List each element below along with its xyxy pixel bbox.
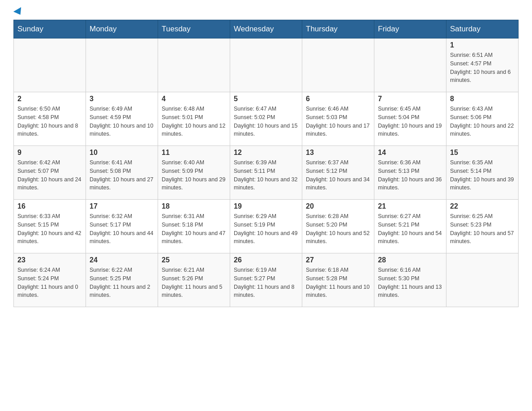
calendar-cell: 5Sunrise: 6:47 AMSunset: 5:02 PMDaylight… [230, 92, 302, 146]
calendar-header-row: SundayMondayTuesdayWednesdayThursdayFrid… [14, 20, 519, 39]
calendar-cell [86, 39, 158, 92]
day-info: Sunrise: 6:28 AMSunset: 5:20 PMDaylight:… [306, 212, 370, 246]
calendar-cell: 3Sunrise: 6:49 AMSunset: 4:59 PMDaylight… [86, 92, 158, 146]
day-number: 7 [378, 95, 442, 103]
calendar-cell: 12Sunrise: 6:39 AMSunset: 5:11 PMDayligh… [230, 146, 302, 200]
day-number: 25 [162, 256, 226, 264]
calendar-cell: 18Sunrise: 6:31 AMSunset: 5:18 PMDayligh… [158, 200, 230, 253]
day-number: 5 [234, 95, 298, 103]
day-number: 4 [162, 95, 226, 103]
calendar-cell: 28Sunrise: 6:16 AMSunset: 5:30 PMDayligh… [374, 253, 446, 307]
calendar-cell: 26Sunrise: 6:19 AMSunset: 5:27 PMDayligh… [230, 253, 302, 307]
day-number: 20 [306, 202, 370, 210]
calendar-week-row: 9Sunrise: 6:42 AMSunset: 5:07 PMDaylight… [14, 146, 519, 200]
day-info: Sunrise: 6:32 AMSunset: 5:17 PMDaylight:… [90, 212, 154, 246]
day-info: Sunrise: 6:33 AMSunset: 5:15 PMDaylight:… [17, 212, 82, 246]
day-number: 27 [306, 256, 370, 264]
day-number: 6 [306, 95, 370, 103]
page-header [13, 9, 519, 15]
calendar-day-header: Thursday [302, 20, 374, 39]
day-info: Sunrise: 6:45 AMSunset: 5:04 PMDaylight:… [378, 105, 442, 138]
calendar-day-header: Monday [86, 20, 158, 39]
day-info: Sunrise: 6:50 AMSunset: 4:58 PMDaylight:… [17, 105, 82, 138]
day-info: Sunrise: 6:43 AMSunset: 5:06 PMDaylight:… [450, 105, 515, 138]
calendar-week-row: 2Sunrise: 6:50 AMSunset: 4:58 PMDaylight… [14, 92, 519, 146]
calendar-cell: 7Sunrise: 6:45 AMSunset: 5:04 PMDaylight… [374, 92, 446, 146]
day-info: Sunrise: 6:22 AMSunset: 5:25 PMDaylight:… [90, 266, 154, 300]
calendar-cell: 16Sunrise: 6:33 AMSunset: 5:15 PMDayligh… [14, 200, 86, 253]
calendar-cell: 8Sunrise: 6:43 AMSunset: 5:06 PMDaylight… [446, 92, 519, 146]
calendar-cell: 9Sunrise: 6:42 AMSunset: 5:07 PMDaylight… [14, 146, 86, 200]
day-info: Sunrise: 6:39 AMSunset: 5:11 PMDaylight:… [234, 158, 298, 192]
logo [13, 9, 23, 15]
day-number: 10 [90, 149, 154, 157]
calendar-day-header: Tuesday [158, 20, 230, 39]
day-number: 28 [378, 256, 442, 264]
day-info: Sunrise: 6:24 AMSunset: 5:24 PMDaylight:… [17, 266, 82, 300]
day-info: Sunrise: 6:51 AMSunset: 4:57 PMDaylight:… [450, 51, 515, 85]
day-info: Sunrise: 6:48 AMSunset: 5:01 PMDaylight:… [162, 105, 226, 138]
calendar-cell: 19Sunrise: 6:29 AMSunset: 5:19 PMDayligh… [230, 200, 302, 253]
day-info: Sunrise: 6:41 AMSunset: 5:08 PMDaylight:… [90, 158, 154, 192]
calendar-cell: 2Sunrise: 6:50 AMSunset: 4:58 PMDaylight… [14, 92, 86, 146]
day-number: 11 [162, 149, 226, 157]
calendar-day-header: Friday [374, 20, 446, 39]
day-number: 3 [90, 95, 154, 103]
calendar-table: SundayMondayTuesdayWednesdayThursdayFrid… [13, 20, 519, 307]
calendar-cell: 1Sunrise: 6:51 AMSunset: 4:57 PMDaylight… [446, 39, 519, 92]
calendar-cell: 6Sunrise: 6:46 AMSunset: 5:03 PMDaylight… [302, 92, 374, 146]
day-number: 16 [17, 202, 82, 210]
day-number: 23 [17, 256, 82, 264]
day-number: 12 [234, 149, 298, 157]
calendar-cell: 21Sunrise: 6:27 AMSunset: 5:21 PMDayligh… [374, 200, 446, 253]
calendar-cell [302, 39, 374, 92]
day-number: 2 [17, 95, 82, 103]
day-info: Sunrise: 6:36 AMSunset: 5:13 PMDaylight:… [378, 158, 442, 192]
day-number: 9 [17, 149, 82, 157]
day-info: Sunrise: 6:46 AMSunset: 5:03 PMDaylight:… [306, 105, 370, 138]
calendar-day-header: Wednesday [230, 20, 302, 39]
calendar-day-header: Saturday [446, 20, 519, 39]
day-info: Sunrise: 6:27 AMSunset: 5:21 PMDaylight:… [378, 212, 442, 246]
calendar-cell: 17Sunrise: 6:32 AMSunset: 5:17 PMDayligh… [86, 200, 158, 253]
calendar-cell [230, 39, 302, 92]
day-info: Sunrise: 6:47 AMSunset: 5:02 PMDaylight:… [234, 105, 298, 138]
logo-triangle-icon [13, 7, 24, 17]
calendar-cell [158, 39, 230, 92]
calendar-cell: 27Sunrise: 6:18 AMSunset: 5:28 PMDayligh… [302, 253, 374, 307]
calendar-cell [374, 39, 446, 92]
calendar-cell: 11Sunrise: 6:40 AMSunset: 5:09 PMDayligh… [158, 146, 230, 200]
calendar-cell: 14Sunrise: 6:36 AMSunset: 5:13 PMDayligh… [374, 146, 446, 200]
day-info: Sunrise: 6:29 AMSunset: 5:19 PMDaylight:… [234, 212, 298, 246]
day-number: 19 [234, 202, 298, 210]
calendar-cell: 10Sunrise: 6:41 AMSunset: 5:08 PMDayligh… [86, 146, 158, 200]
day-number: 1 [450, 41, 515, 49]
day-info: Sunrise: 6:21 AMSunset: 5:26 PMDaylight:… [162, 266, 226, 300]
calendar-cell [446, 253, 519, 307]
day-number: 8 [450, 95, 515, 103]
day-info: Sunrise: 6:49 AMSunset: 4:59 PMDaylight:… [90, 105, 154, 138]
day-info: Sunrise: 6:42 AMSunset: 5:07 PMDaylight:… [17, 158, 82, 192]
calendar-week-row: 1Sunrise: 6:51 AMSunset: 4:57 PMDaylight… [14, 39, 519, 92]
day-info: Sunrise: 6:31 AMSunset: 5:18 PMDaylight:… [162, 212, 226, 246]
day-info: Sunrise: 6:25 AMSunset: 5:23 PMDaylight:… [450, 212, 515, 246]
day-info: Sunrise: 6:16 AMSunset: 5:30 PMDaylight:… [378, 266, 442, 300]
calendar-cell: 24Sunrise: 6:22 AMSunset: 5:25 PMDayligh… [86, 253, 158, 307]
calendar-week-row: 23Sunrise: 6:24 AMSunset: 5:24 PMDayligh… [14, 253, 519, 307]
calendar-cell: 23Sunrise: 6:24 AMSunset: 5:24 PMDayligh… [14, 253, 86, 307]
day-info: Sunrise: 6:40 AMSunset: 5:09 PMDaylight:… [162, 158, 226, 192]
day-info: Sunrise: 6:37 AMSunset: 5:12 PMDaylight:… [306, 158, 370, 192]
calendar-day-header: Sunday [14, 20, 86, 39]
day-number: 13 [306, 149, 370, 157]
calendar-cell: 15Sunrise: 6:35 AMSunset: 5:14 PMDayligh… [446, 146, 519, 200]
calendar-week-row: 16Sunrise: 6:33 AMSunset: 5:15 PMDayligh… [14, 200, 519, 253]
calendar-cell: 22Sunrise: 6:25 AMSunset: 5:23 PMDayligh… [446, 200, 519, 253]
day-number: 22 [450, 202, 515, 210]
calendar-cell: 4Sunrise: 6:48 AMSunset: 5:01 PMDaylight… [158, 92, 230, 146]
calendar-cell: 20Sunrise: 6:28 AMSunset: 5:20 PMDayligh… [302, 200, 374, 253]
day-info: Sunrise: 6:18 AMSunset: 5:28 PMDaylight:… [306, 266, 370, 300]
calendar-cell [14, 39, 86, 92]
day-number: 24 [90, 256, 154, 264]
day-number: 26 [234, 256, 298, 264]
day-info: Sunrise: 6:19 AMSunset: 5:27 PMDaylight:… [234, 266, 298, 300]
